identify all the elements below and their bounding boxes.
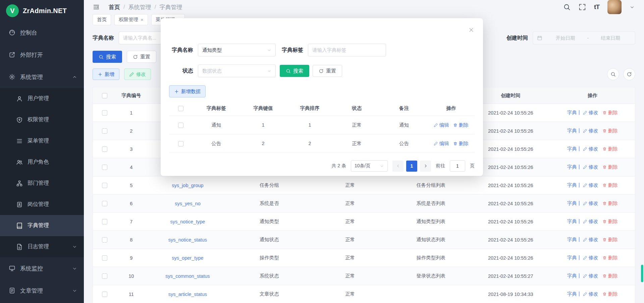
modal-reset-button[interactable]: 重置 bbox=[313, 65, 342, 77]
delete-link[interactable]: 删除 bbox=[602, 164, 618, 170]
sidebar-item[interactable]: 系统管理 bbox=[0, 66, 84, 88]
dict-type-link[interactable]: sys_yes_no bbox=[175, 201, 201, 206]
font-size-icon[interactable]: tT bbox=[594, 3, 599, 11]
fullscreen-icon[interactable] bbox=[579, 3, 586, 11]
add-button[interactable]: 新增 bbox=[93, 69, 119, 80]
status-select[interactable]: 数据状态 bbox=[198, 64, 276, 77]
table-refresh-icon[interactable] bbox=[623, 68, 635, 80]
delete-link[interactable]: 删除 bbox=[602, 146, 618, 152]
caret-down-icon[interactable] bbox=[630, 5, 635, 10]
select-all-checkbox[interactable] bbox=[178, 106, 183, 111]
sidebar-item[interactable]: 用户角色 bbox=[0, 152, 84, 173]
dict-data-link[interactable]: 字典 bbox=[567, 182, 577, 188]
reset-button[interactable]: 重置 bbox=[127, 51, 156, 63]
edit-link[interactable]: 编辑 bbox=[434, 140, 449, 147]
dict-type-link[interactable]: sys_job_group bbox=[172, 183, 203, 188]
page-size-select[interactable]: 10条/页 bbox=[351, 160, 388, 172]
row-checkbox[interactable] bbox=[102, 255, 107, 261]
delete-link[interactable]: 删除 bbox=[602, 200, 618, 207]
edit-link[interactable]: 修改 bbox=[583, 255, 598, 261]
breadcrumb-item[interactable]: 字典管理 bbox=[159, 3, 182, 11]
sidebar-item[interactable]: 岗位管理 bbox=[0, 194, 84, 215]
row-checkbox[interactable] bbox=[178, 141, 183, 146]
select-all-checkbox[interactable] bbox=[102, 93, 107, 98]
dict-data-link[interactable]: 字典 bbox=[567, 200, 577, 207]
search-button[interactable]: 搜索 bbox=[93, 51, 122, 63]
menu-fold-icon[interactable] bbox=[93, 3, 100, 11]
row-checkbox[interactable] bbox=[102, 219, 107, 224]
edit-link[interactable]: 修改 bbox=[583, 218, 598, 225]
search-icon[interactable] bbox=[563, 3, 571, 11]
sidebar-item[interactable]: 日志管理 bbox=[0, 236, 84, 257]
close-tab-icon[interactable]: × bbox=[141, 17, 144, 22]
delete-link[interactable]: 删除 bbox=[602, 218, 618, 225]
row-checkbox[interactable] bbox=[102, 237, 107, 243]
dict-data-link[interactable]: 字典 bbox=[567, 218, 577, 225]
row-checkbox[interactable] bbox=[178, 123, 183, 128]
edit-link[interactable]: 编辑 bbox=[434, 122, 449, 128]
delete-link[interactable]: 删除 bbox=[602, 273, 618, 279]
edit-link[interactable]: 修改 bbox=[583, 200, 598, 207]
delete-link[interactable]: 删除 bbox=[453, 122, 469, 128]
dict-data-link[interactable]: 字典 bbox=[567, 255, 577, 261]
dict-type-link[interactable]: sys_notice_type bbox=[170, 219, 205, 224]
dict-data-link[interactable]: 字典 bbox=[567, 146, 577, 152]
delete-link[interactable]: 删除 bbox=[602, 128, 618, 134]
delete-link[interactable]: 删除 bbox=[602, 291, 618, 297]
next-page-button[interactable] bbox=[420, 161, 431, 172]
prev-page-button[interactable] bbox=[392, 161, 404, 172]
avatar[interactable] bbox=[607, 0, 622, 14]
row-checkbox[interactable] bbox=[102, 201, 107, 206]
sidebar-item[interactable]: 菜单管理 bbox=[0, 130, 84, 152]
dict-data-link[interactable]: 字典 bbox=[567, 110, 577, 116]
goto-page-input[interactable] bbox=[450, 160, 465, 172]
row-checkbox[interactable] bbox=[102, 165, 107, 170]
delete-link[interactable]: 删除 bbox=[602, 255, 618, 261]
dict-type-link[interactable]: sys_notice_status bbox=[168, 237, 207, 243]
delete-link[interactable]: 删除 bbox=[453, 140, 469, 147]
sidebar-item[interactable]: 权限管理 bbox=[0, 109, 84, 130]
dict-data-link[interactable]: 字典 bbox=[567, 128, 577, 134]
edit-link[interactable]: 修改 bbox=[583, 273, 598, 279]
modal-search-button[interactable]: 搜索 bbox=[280, 65, 309, 77]
page-button-current[interactable]: 1 bbox=[406, 161, 417, 172]
dict-label-input[interactable] bbox=[308, 44, 386, 56]
sidebar-item[interactable]: 系统监控 bbox=[0, 257, 84, 279]
sidebar-item[interactable]: 部门管理 bbox=[0, 173, 84, 194]
dict-data-link[interactable]: 字典 bbox=[567, 273, 577, 279]
edit-link[interactable]: 修改 bbox=[583, 236, 598, 243]
sidebar-item[interactable]: 文章管理 bbox=[0, 279, 84, 302]
edit-link[interactable]: 修改 bbox=[583, 291, 598, 297]
close-icon[interactable] bbox=[468, 27, 474, 33]
edit-link[interactable]: 修改 bbox=[583, 182, 598, 188]
sidebar-item[interactable]: 控制台 bbox=[0, 21, 84, 44]
dict-type-link[interactable]: sys_oper_type bbox=[172, 255, 203, 261]
row-checkbox[interactable] bbox=[102, 292, 107, 297]
delete-link[interactable]: 删除 bbox=[602, 236, 618, 243]
breadcrumb-item[interactable]: 首页 bbox=[109, 3, 120, 11]
dict-data-link[interactable]: 字典 bbox=[567, 164, 577, 170]
row-checkbox[interactable] bbox=[102, 183, 107, 188]
edit-link[interactable]: 修改 bbox=[583, 164, 598, 170]
dict-type-link[interactable]: sys_common_status bbox=[165, 273, 210, 279]
view-tab[interactable]: 权限管理 × bbox=[114, 14, 148, 25]
scrollbar-thumb[interactable] bbox=[641, 265, 643, 282]
edit-button[interactable]: 修改 bbox=[124, 69, 151, 80]
row-checkbox[interactable] bbox=[102, 128, 107, 134]
dict-data-link[interactable]: 字典 bbox=[567, 291, 577, 297]
row-checkbox[interactable] bbox=[102, 110, 107, 116]
dict-name-select[interactable]: 通知类型 bbox=[198, 44, 276, 56]
sidebar-item[interactable]: 用户管理 bbox=[0, 88, 84, 109]
sidebar-item[interactable]: 字典管理 bbox=[0, 215, 84, 236]
dict-type-link[interactable]: sys_article_status bbox=[168, 292, 207, 297]
edit-link[interactable]: 修改 bbox=[583, 128, 598, 134]
row-checkbox[interactable] bbox=[102, 146, 107, 152]
table-search-icon[interactable] bbox=[607, 68, 619, 80]
edit-link[interactable]: 修改 bbox=[583, 146, 598, 152]
delete-link[interactable]: 删除 bbox=[602, 182, 618, 188]
add-data-button[interactable]: 新增数据 bbox=[169, 85, 206, 97]
breadcrumb-item[interactable]: 系统管理 bbox=[128, 3, 151, 11]
app-logo[interactable]: V ZrAdmin.NET bbox=[0, 0, 84, 21]
delete-link[interactable]: 删除 bbox=[602, 110, 618, 116]
edit-link[interactable]: 修改 bbox=[583, 110, 598, 116]
